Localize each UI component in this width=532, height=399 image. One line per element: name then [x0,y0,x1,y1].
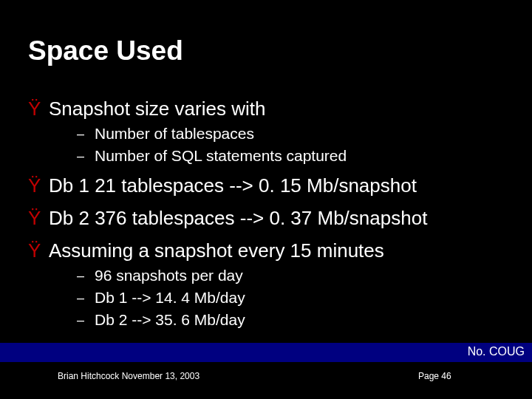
footer-author: Brian Hitchcock November 13, 2003 [58,371,200,381]
footer-bar [0,343,532,362]
subbullet-item: – Db 2 --> 35. 6 Mb/day [28,310,510,330]
slide-content: Ÿ Snapshot size varies with – Number of … [28,89,510,330]
subbullet-item: – Db 1 --> 14. 4 Mb/day [28,288,510,307]
subbullet-text: Number of SQL statements captured [95,146,347,166]
bullet-text: Db 1 21 tablespaces --> 0. 15 Mb/snapsho… [49,173,417,198]
bullet-text: Snapshot size varies with [49,96,265,121]
dash-icon: – [74,124,87,143]
dash-icon: – [74,288,87,307]
bullet-text: Assuming a snapshot every 15 minutes [49,238,384,263]
dash-icon: – [74,146,87,166]
footer-page: Page 46 [418,371,451,381]
bullet-item: Ÿ Assuming a snapshot every 15 minutes [28,238,510,263]
dash-icon: – [74,266,87,285]
bullet-icon: Ÿ [28,205,49,231]
subbullet-text: Db 2 --> 35. 6 Mb/day [95,310,245,330]
dash-icon: – [74,310,87,330]
subbullet-text: Db 1 --> 14. 4 Mb/day [95,288,245,307]
bullet-item: Ÿ Snapshot size varies with [28,96,510,121]
bullet-item: Ÿ Db 2 376 tablespaces --> 0. 37 Mb/snap… [28,205,510,231]
bullet-icon: Ÿ [28,238,49,263]
bullet-icon: Ÿ [28,96,49,121]
subbullet-item: – 96 snapshots per day [28,266,510,285]
bullet-item: Ÿ Db 1 21 tablespaces --> 0. 15 Mb/snaps… [28,173,510,198]
slide: Space Used Ÿ Snapshot size varies with –… [0,0,532,399]
bullet-icon: Ÿ [28,173,49,198]
subbullet-text: 96 snapshots per day [95,266,243,285]
subbullet-text: Number of tablespaces [95,124,254,143]
bullet-text: Db 2 376 tablespaces --> 0. 37 Mb/snapsh… [49,205,427,231]
footer-org: No. COUG [468,345,525,358]
subbullet-item: – Number of SQL statements captured [28,146,510,166]
subbullet-item: – Number of tablespaces [28,124,510,143]
slide-title: Space Used [28,35,183,66]
